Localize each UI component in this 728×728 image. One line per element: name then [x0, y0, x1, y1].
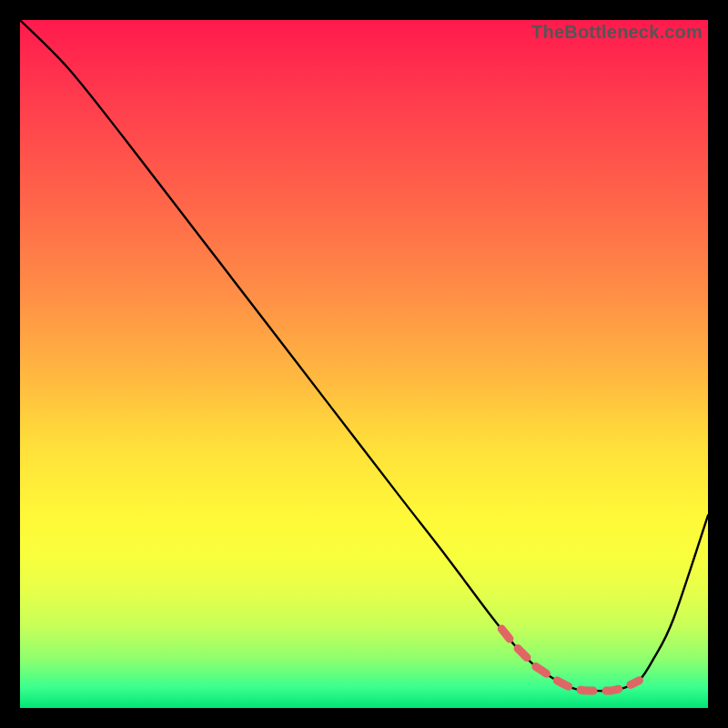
curve-layer [20, 20, 708, 708]
plot-area: TheBottleneck.com [20, 20, 708, 708]
bottleneck-curve-path [20, 20, 708, 691]
valley-dash-path [501, 629, 639, 691]
chart-frame: TheBottleneck.com [0, 0, 728, 728]
